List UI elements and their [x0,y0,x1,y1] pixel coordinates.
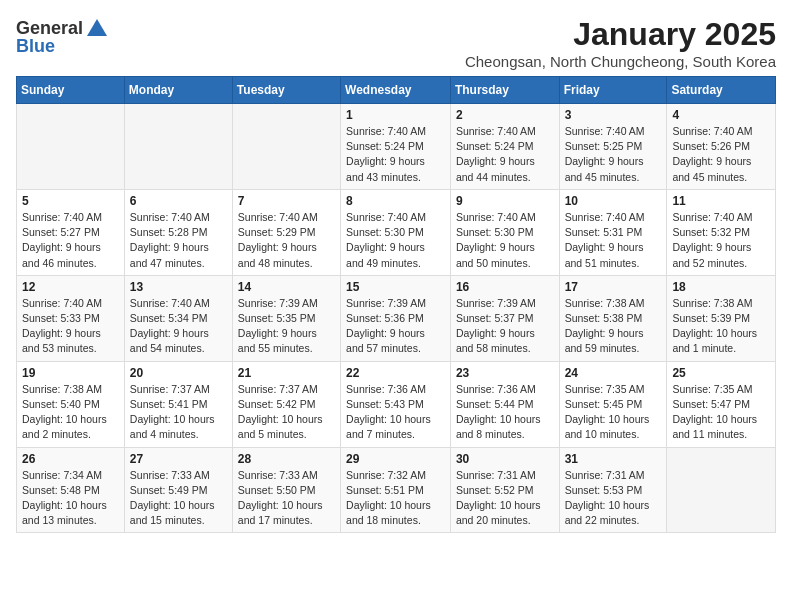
calendar-cell: 27Sunrise: 7:33 AM Sunset: 5:49 PM Dayli… [124,447,232,533]
day-info: Sunrise: 7:38 AM Sunset: 5:38 PM Dayligh… [565,296,662,357]
day-number: 28 [238,452,335,466]
calendar-cell: 18Sunrise: 7:38 AM Sunset: 5:39 PM Dayli… [667,275,776,361]
day-info: Sunrise: 7:33 AM Sunset: 5:50 PM Dayligh… [238,468,335,529]
calendar-cell: 11Sunrise: 7:40 AM Sunset: 5:32 PM Dayli… [667,189,776,275]
calendar-cell: 28Sunrise: 7:33 AM Sunset: 5:50 PM Dayli… [232,447,340,533]
day-info: Sunrise: 7:40 AM Sunset: 5:34 PM Dayligh… [130,296,227,357]
day-info: Sunrise: 7:40 AM Sunset: 5:26 PM Dayligh… [672,124,770,185]
title-area: January 2025 Cheongsan, North Chungcheon… [465,16,776,70]
day-info: Sunrise: 7:40 AM Sunset: 5:27 PM Dayligh… [22,210,119,271]
day-number: 12 [22,280,119,294]
calendar-cell: 31Sunrise: 7:31 AM Sunset: 5:53 PM Dayli… [559,447,667,533]
calendar-cell [17,104,125,190]
calendar-header: SundayMondayTuesdayWednesdayThursdayFrid… [17,77,776,104]
calendar-cell: 24Sunrise: 7:35 AM Sunset: 5:45 PM Dayli… [559,361,667,447]
day-number: 19 [22,366,119,380]
day-info: Sunrise: 7:34 AM Sunset: 5:48 PM Dayligh… [22,468,119,529]
calendar-week-5: 26Sunrise: 7:34 AM Sunset: 5:48 PM Dayli… [17,447,776,533]
day-number: 21 [238,366,335,380]
calendar-cell: 4Sunrise: 7:40 AM Sunset: 5:26 PM Daylig… [667,104,776,190]
calendar-cell [124,104,232,190]
calendar-week-1: 1Sunrise: 7:40 AM Sunset: 5:24 PM Daylig… [17,104,776,190]
logo-icon [85,16,109,40]
calendar-cell: 15Sunrise: 7:39 AM Sunset: 5:36 PM Dayli… [341,275,451,361]
calendar-cell: 3Sunrise: 7:40 AM Sunset: 5:25 PM Daylig… [559,104,667,190]
day-info: Sunrise: 7:40 AM Sunset: 5:25 PM Dayligh… [565,124,662,185]
day-info: Sunrise: 7:40 AM Sunset: 5:30 PM Dayligh… [346,210,445,271]
calendar-cell: 2Sunrise: 7:40 AM Sunset: 5:24 PM Daylig… [450,104,559,190]
day-info: Sunrise: 7:40 AM Sunset: 5:28 PM Dayligh… [130,210,227,271]
day-info: Sunrise: 7:37 AM Sunset: 5:41 PM Dayligh… [130,382,227,443]
svg-marker-0 [87,19,107,36]
day-info: Sunrise: 7:39 AM Sunset: 5:37 PM Dayligh… [456,296,554,357]
calendar-cell: 22Sunrise: 7:36 AM Sunset: 5:43 PM Dayli… [341,361,451,447]
day-info: Sunrise: 7:38 AM Sunset: 5:40 PM Dayligh… [22,382,119,443]
month-title: January 2025 [465,16,776,53]
day-info: Sunrise: 7:37 AM Sunset: 5:42 PM Dayligh… [238,382,335,443]
weekday-header-thursday: Thursday [450,77,559,104]
calendar-cell: 19Sunrise: 7:38 AM Sunset: 5:40 PM Dayli… [17,361,125,447]
logo-blue: Blue [16,36,55,57]
weekday-header-tuesday: Tuesday [232,77,340,104]
calendar-cell: 26Sunrise: 7:34 AM Sunset: 5:48 PM Dayli… [17,447,125,533]
day-number: 27 [130,452,227,466]
day-info: Sunrise: 7:36 AM Sunset: 5:43 PM Dayligh… [346,382,445,443]
calendar-cell: 9Sunrise: 7:40 AM Sunset: 5:30 PM Daylig… [450,189,559,275]
calendar-cell: 30Sunrise: 7:31 AM Sunset: 5:52 PM Dayli… [450,447,559,533]
day-info: Sunrise: 7:40 AM Sunset: 5:24 PM Dayligh… [346,124,445,185]
day-number: 13 [130,280,227,294]
day-info: Sunrise: 7:33 AM Sunset: 5:49 PM Dayligh… [130,468,227,529]
day-info: Sunrise: 7:40 AM Sunset: 5:32 PM Dayligh… [672,210,770,271]
logo: General Blue [16,16,109,57]
calendar-cell: 25Sunrise: 7:35 AM Sunset: 5:47 PM Dayli… [667,361,776,447]
day-number: 3 [565,108,662,122]
day-number: 29 [346,452,445,466]
day-number: 7 [238,194,335,208]
calendar-cell: 8Sunrise: 7:40 AM Sunset: 5:30 PM Daylig… [341,189,451,275]
day-info: Sunrise: 7:39 AM Sunset: 5:36 PM Dayligh… [346,296,445,357]
day-info: Sunrise: 7:36 AM Sunset: 5:44 PM Dayligh… [456,382,554,443]
day-number: 4 [672,108,770,122]
calendar-cell: 20Sunrise: 7:37 AM Sunset: 5:41 PM Dayli… [124,361,232,447]
day-number: 17 [565,280,662,294]
day-info: Sunrise: 7:35 AM Sunset: 5:45 PM Dayligh… [565,382,662,443]
calendar-cell: 29Sunrise: 7:32 AM Sunset: 5:51 PM Dayli… [341,447,451,533]
page-header: General Blue January 2025 Cheongsan, Nor… [16,16,776,70]
calendar-cell: 13Sunrise: 7:40 AM Sunset: 5:34 PM Dayli… [124,275,232,361]
day-number: 31 [565,452,662,466]
calendar-cell: 14Sunrise: 7:39 AM Sunset: 5:35 PM Dayli… [232,275,340,361]
weekday-header-friday: Friday [559,77,667,104]
calendar-cell: 1Sunrise: 7:40 AM Sunset: 5:24 PM Daylig… [341,104,451,190]
location-subtitle: Cheongsan, North Chungcheong, South Kore… [465,53,776,70]
calendar-table: SundayMondayTuesdayWednesdayThursdayFrid… [16,76,776,533]
day-number: 26 [22,452,119,466]
calendar-cell: 21Sunrise: 7:37 AM Sunset: 5:42 PM Dayli… [232,361,340,447]
calendar-cell: 10Sunrise: 7:40 AM Sunset: 5:31 PM Dayli… [559,189,667,275]
day-number: 6 [130,194,227,208]
day-number: 8 [346,194,445,208]
day-info: Sunrise: 7:40 AM Sunset: 5:30 PM Dayligh… [456,210,554,271]
calendar-week-2: 5Sunrise: 7:40 AM Sunset: 5:27 PM Daylig… [17,189,776,275]
day-number: 20 [130,366,227,380]
calendar-week-4: 19Sunrise: 7:38 AM Sunset: 5:40 PM Dayli… [17,361,776,447]
day-number: 23 [456,366,554,380]
calendar-cell: 7Sunrise: 7:40 AM Sunset: 5:29 PM Daylig… [232,189,340,275]
day-info: Sunrise: 7:40 AM Sunset: 5:31 PM Dayligh… [565,210,662,271]
calendar-cell: 23Sunrise: 7:36 AM Sunset: 5:44 PM Dayli… [450,361,559,447]
day-info: Sunrise: 7:38 AM Sunset: 5:39 PM Dayligh… [672,296,770,357]
calendar-cell: 16Sunrise: 7:39 AM Sunset: 5:37 PM Dayli… [450,275,559,361]
weekday-header-wednesday: Wednesday [341,77,451,104]
day-info: Sunrise: 7:31 AM Sunset: 5:53 PM Dayligh… [565,468,662,529]
day-number: 14 [238,280,335,294]
calendar-cell: 17Sunrise: 7:38 AM Sunset: 5:38 PM Dayli… [559,275,667,361]
day-info: Sunrise: 7:31 AM Sunset: 5:52 PM Dayligh… [456,468,554,529]
day-number: 11 [672,194,770,208]
day-number: 10 [565,194,662,208]
day-number: 24 [565,366,662,380]
weekday-header-sunday: Sunday [17,77,125,104]
calendar-week-3: 12Sunrise: 7:40 AM Sunset: 5:33 PM Dayli… [17,275,776,361]
day-number: 25 [672,366,770,380]
day-number: 30 [456,452,554,466]
day-number: 22 [346,366,445,380]
day-info: Sunrise: 7:40 AM Sunset: 5:24 PM Dayligh… [456,124,554,185]
